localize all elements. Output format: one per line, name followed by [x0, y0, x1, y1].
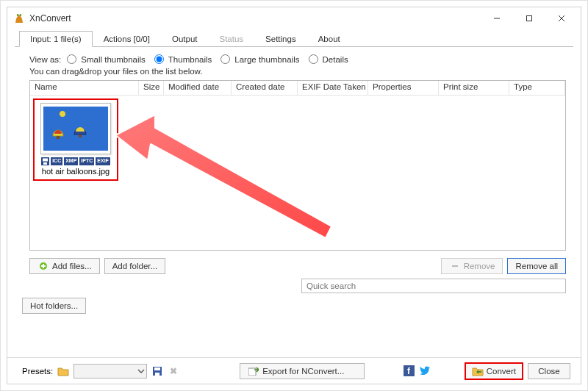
preset-folder-icon[interactable]	[57, 365, 69, 377]
save-preset-icon[interactable]	[151, 365, 163, 377]
tabbar: Input: 1 file(s) Actions [0/0] Output St…	[7, 29, 581, 47]
view-as-label: View as:	[29, 55, 61, 64]
export-icon	[248, 365, 259, 377]
column-headers[interactable]: Name Size Modified date Created date EXI…	[30, 81, 565, 96]
minus-icon	[449, 260, 461, 272]
close-button[interactable]: Close	[528, 363, 570, 379]
app-icon	[13, 12, 25, 24]
svg-rect-3	[527, 16, 532, 21]
annotation-arrow	[111, 115, 346, 254]
tab-actions[interactable]: Actions [0/0]	[93, 31, 161, 47]
minimize-button[interactable]	[481, 8, 513, 29]
remove-all-button[interactable]: Remove all	[507, 258, 566, 274]
delete-preset-icon[interactable]: ✖	[168, 365, 179, 377]
tab-output[interactable]: Output	[161, 31, 209, 47]
radio-thumbnails[interactable]: Thumbnails	[154, 54, 212, 64]
tab-about[interactable]: About	[307, 31, 351, 47]
footer-bar: Presets: ✖ Export for NConvert... f	[7, 357, 581, 384]
maximize-button[interactable]	[513, 8, 545, 29]
file-name: hot air balloons.jpg	[42, 167, 110, 176]
file-thumbnail[interactable]: ICC XMP IPTC EXIF hot air balloons.jpg	[33, 98, 118, 181]
col-properties[interactable]: Properties	[368, 81, 439, 95]
svg-rect-19	[154, 367, 160, 370]
col-size[interactable]: Size	[139, 81, 164, 95]
hot-folders-button[interactable]: Hot folders...	[22, 298, 86, 314]
svg-rect-7	[57, 136, 60, 139]
col-created[interactable]: Created date	[232, 81, 298, 95]
tab-input[interactable]: Input: 1 file(s)	[19, 31, 93, 47]
tab-settings[interactable]: Settings	[254, 31, 307, 47]
svg-rect-8	[79, 134, 82, 137]
add-folder-button[interactable]: Add folder...	[104, 258, 165, 274]
file-list-body[interactable]: ICC XMP IPTC EXIF hot air balloons.jpg	[30, 96, 565, 250]
col-exif[interactable]: EXIF Date Taken	[298, 81, 368, 95]
window-title: XnConvert	[29, 13, 71, 24]
presets-label: Presets:	[22, 367, 53, 376]
convert-button[interactable]: Convert	[465, 362, 523, 380]
metadata-badges: ICC XMP IPTC EXIF	[41, 157, 110, 165]
svg-rect-12	[43, 162, 47, 165]
svg-rect-20	[155, 373, 159, 376]
chevron-down-icon	[137, 367, 145, 375]
radio-large-thumbnails[interactable]: Large thumbnails	[220, 54, 299, 64]
col-type[interactable]: Type	[509, 81, 565, 95]
badge-xmp: XMP	[64, 157, 78, 165]
remove-button[interactable]: Remove	[441, 258, 503, 274]
save-icon-badge	[41, 157, 49, 165]
badge-exif: EXIF	[96, 157, 110, 165]
close-window-button[interactable]	[545, 8, 578, 29]
col-print[interactable]: Print size	[439, 81, 509, 95]
svg-point-9	[60, 111, 65, 117]
export-nconvert-button[interactable]: Export for NConvert...	[240, 363, 365, 379]
file-list: Name Size Modified date Created date EXI…	[29, 80, 566, 251]
badge-icc: ICC	[51, 157, 62, 165]
radio-small-thumbnails[interactable]: Small thumbnails	[67, 54, 146, 64]
tab-status[interactable]: Status	[209, 31, 255, 47]
badge-iptc: IPTC	[79, 157, 94, 165]
facebook-icon[interactable]: f	[403, 365, 415, 377]
titlebar: XnConvert	[7, 7, 581, 29]
col-modified[interactable]: Modified date	[164, 81, 232, 95]
svg-point-1	[20, 14, 21, 16]
svg-rect-11	[43, 159, 48, 162]
radio-details[interactable]: Details	[309, 54, 348, 64]
add-files-button[interactable]: Add files...	[29, 258, 100, 274]
svg-rect-6	[43, 107, 108, 151]
svg-marker-13	[115, 115, 331, 238]
quick-search-input[interactable]	[301, 279, 566, 293]
drop-hint: You can drag&drop your files on the list…	[7, 65, 581, 80]
svg-point-0	[17, 14, 18, 16]
col-name[interactable]: Name	[30, 81, 139, 95]
twitter-icon[interactable]	[419, 365, 431, 377]
thumbnail-image	[40, 103, 111, 154]
plus-icon	[37, 260, 49, 272]
presets-dropdown[interactable]	[74, 364, 147, 379]
convert-icon	[472, 365, 484, 377]
